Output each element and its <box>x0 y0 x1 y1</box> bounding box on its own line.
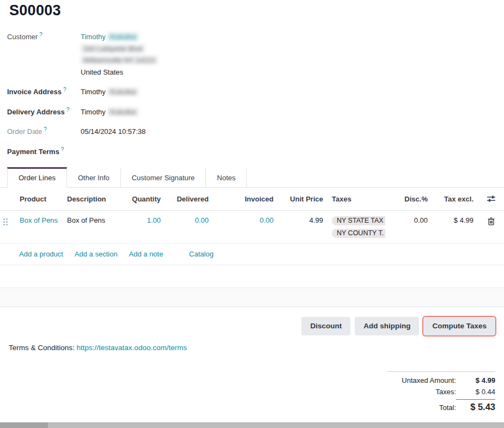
col-disc: Disc.% <box>385 188 432 211</box>
totals-section: Untaxed Amount: $ 4.99 Taxes: $ 0.44 Tot… <box>0 371 504 415</box>
col-tax-excl: Tax excl. <box>432 188 478 211</box>
add-line-cell: Add a product Add a section Add a note C… <box>0 243 504 265</box>
help-icon: ? <box>61 146 64 152</box>
col-unit-price: Unit Price <box>278 188 327 211</box>
untaxed-amount-row: Untaxed Amount: $ 4.99 <box>387 376 495 384</box>
total-value: $ 5.43 <box>456 399 495 412</box>
table-header-row: Product Description Quantity Delivered I… <box>0 188 504 211</box>
discount-button[interactable]: Discount <box>301 317 350 335</box>
cell-tax-excl: $ 4.99 <box>432 210 478 243</box>
col-quantity: Quantity <box>124 188 165 211</box>
terms-link[interactable]: https://testavatax.odoo.com/terms <box>77 344 187 352</box>
customer-first-name[interactable]: Timothy <box>81 33 106 41</box>
tab-order-lines[interactable]: Order Lines <box>7 167 67 188</box>
tab-notes[interactable]: Notes <box>206 167 247 188</box>
cell-taxes: NY STATE TAX NY COUNTY T. <box>327 210 385 243</box>
scrollbar-thumb[interactable] <box>0 423 48 428</box>
notebook-tabs: Order Lines Other Info Customer Signatur… <box>0 167 504 188</box>
cell-description[interactable]: Box of Pens <box>63 210 124 243</box>
col-taxes: Taxes <box>327 188 385 211</box>
col-description: Description <box>63 188 124 211</box>
order-date-field[interactable]: 05/14/2024 10:57:38 <box>81 126 145 138</box>
add-line-row: Add a product Add a section Add a note C… <box>0 243 504 265</box>
customer-address-line2-redacted: Williamsville NY 14221 <box>81 56 158 64</box>
help-icon: ? <box>39 32 42 38</box>
field-invoice-address: Invoice Address? Timothy Kukulka <box>0 86 504 98</box>
field-delivery-address: Delivery Address? Timothy Kukulka <box>0 106 504 118</box>
add-a-note-link[interactable]: Add a note <box>129 250 163 258</box>
line-action-buttons: Discount Add shipping Compute Taxes <box>0 317 504 335</box>
invoice-address-field[interactable]: Timothy Kukulka <box>81 86 138 98</box>
taxes-label: Taxes: <box>435 388 456 396</box>
field-payment-terms: Payment Terms? <box>0 146 504 156</box>
adjust-columns-header <box>478 188 504 211</box>
row-drag-handle[interactable] <box>0 210 15 243</box>
tab-customer-signature[interactable]: Customer Signature <box>121 167 207 188</box>
cell-invoiced[interactable]: 0.00 <box>213 210 278 243</box>
add-a-section-link[interactable]: Add a section <box>75 250 118 258</box>
order-lines-table: Product Description Quantity Delivered I… <box>0 188 504 265</box>
customer-label: Customer? <box>7 31 81 41</box>
payment-terms-label-text: Payment Terms <box>7 148 59 156</box>
spacer <box>0 307 504 317</box>
page-title: S00003 <box>0 0 504 19</box>
delivery-address-label-text: Delivery Address <box>7 108 65 116</box>
form-fields: Customer? Timothy Kukulka 182 Lafayette … <box>0 31 504 156</box>
cell-quantity[interactable]: 1.00 <box>124 210 165 243</box>
compute-taxes-button[interactable]: Compute Taxes <box>423 317 495 335</box>
total-row: Total: $ 5.43 <box>387 399 495 412</box>
untaxed-amount-label: Untaxed Amount: <box>402 376 456 384</box>
delivery-address-label: Delivery Address? <box>7 106 81 116</box>
invoice-address-label: Invoice Address? <box>7 86 81 96</box>
add-shipping-button[interactable]: Add shipping <box>355 317 419 335</box>
order-date-label: Order Date? <box>7 126 81 136</box>
invoice-address-redacted[interactable]: Kukulka <box>107 88 138 96</box>
col-invoiced: Invoiced <box>213 188 278 211</box>
customer-address-line1-redacted: 182 Lafayette Blvd <box>81 45 145 53</box>
terms-and-conditions: Terms & Conditions: https://testavatax.o… <box>9 344 504 352</box>
order-date-label-text: Order Date <box>7 127 42 136</box>
delivery-address-redacted[interactable]: Kukulka <box>107 108 138 116</box>
total-label: Total: <box>439 403 456 412</box>
order-line-row: Box of Pens Box of Pens 1.00 0.00 0.00 4… <box>0 210 504 243</box>
taxes-row: Taxes: $ 0.44 <box>387 388 495 396</box>
adjust-columns-icon[interactable] <box>487 195 496 203</box>
product-link[interactable]: Box of Pens <box>20 216 58 224</box>
field-order-date: Order Date? 05/14/2024 10:57:38 <box>0 126 504 138</box>
untaxed-amount-value: $ 4.99 <box>456 376 495 384</box>
col-product: Product <box>15 188 63 211</box>
help-icon: ? <box>66 107 70 113</box>
tab-other-info[interactable]: Other Info <box>67 167 121 188</box>
delivery-address-field[interactable]: Timothy Kukulka <box>81 106 138 118</box>
invoice-address-first[interactable]: Timothy <box>81 88 106 96</box>
cell-delivered[interactable]: 0.00 <box>165 210 213 243</box>
col-delivered: Delivered <box>165 188 213 211</box>
field-customer: Customer? Timothy Kukulka 182 Lafayette … <box>0 31 504 78</box>
customer-label-text: Customer <box>7 33 38 41</box>
delete-row-icon[interactable] <box>488 217 495 225</box>
add-a-product-link[interactable]: Add a product <box>19 250 63 258</box>
spacer <box>0 265 504 288</box>
handle-column-header <box>0 188 15 211</box>
customer-country: United States <box>81 66 158 78</box>
help-icon: ? <box>44 126 47 132</box>
cell-unit-price[interactable]: 4.99 <box>278 210 327 243</box>
delivery-address-first[interactable]: Timothy <box>81 108 106 116</box>
customer-link[interactable]: Timothy Kukulka <box>81 33 138 41</box>
drag-handle-icon <box>3 218 8 225</box>
tax-badges: NY STATE TAX NY COUNTY T. <box>332 216 385 238</box>
cell-disc[interactable]: 0.00 <box>385 210 432 243</box>
tax-badge-county[interactable]: NY COUNTY T. <box>332 229 385 238</box>
help-icon: ? <box>63 87 66 93</box>
taxes-value: $ 0.44 <box>456 388 495 396</box>
invoice-address-label-text: Invoice Address <box>7 88 62 96</box>
customer-value: Timothy Kukulka 182 Lafayette Blvd Willi… <box>81 31 158 78</box>
customer-last-name-redacted[interactable]: Kukulka <box>107 33 138 41</box>
horizontal-scrollbar[interactable] <box>0 422 504 428</box>
totals-box: Untaxed Amount: $ 4.99 Taxes: $ 0.44 Tot… <box>387 371 495 415</box>
payment-terms-label: Payment Terms? <box>7 146 81 156</box>
terms-label: Terms & Conditions: <box>9 344 75 352</box>
tax-badge-state[interactable]: NY STATE TAX <box>332 216 385 225</box>
cell-product: Box of Pens <box>15 210 63 243</box>
catalog-link[interactable]: Catalog <box>189 250 214 258</box>
